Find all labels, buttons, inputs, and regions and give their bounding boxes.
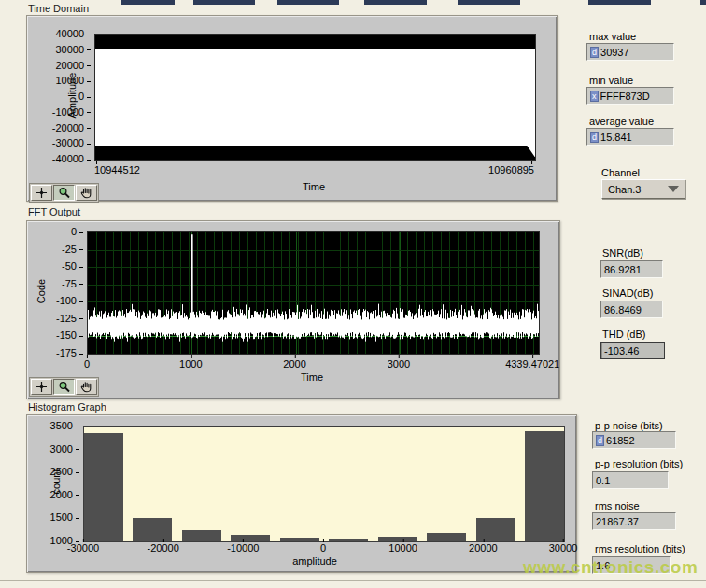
channel-selector[interactable]: Chan.3 — [601, 179, 685, 199]
min-value-text: FFFF873D — [600, 91, 650, 102]
fft-plot-area[interactable] — [87, 231, 540, 355]
thd-value-text: -103.46 — [604, 345, 639, 357]
pan-tool-button[interactable] — [76, 185, 97, 201]
histogram-bar — [476, 518, 515, 541]
x-tick-label: -20000 — [148, 542, 179, 553]
y-tick-label: 40000 — [27, 28, 91, 39]
pp-noise-value-text: 61852 — [606, 435, 635, 446]
rms-resolution-label: rms resolution (bits) — [595, 543, 685, 554]
y-tick-label: -25 — [27, 244, 83, 255]
histogram-bar — [329, 539, 368, 541]
channel-label: Channel — [601, 167, 640, 178]
x-tick-label: 0 — [84, 358, 90, 370]
x-tick-label: -10000 — [227, 542, 259, 553]
y-tick-label: -125 — [27, 313, 83, 324]
thd-control[interactable]: -103.46 — [600, 342, 665, 359]
histogram-title: Histogram Graph — [28, 401, 106, 413]
radix-decimal-badge: d — [590, 132, 599, 143]
x-tick-label: -30000 — [67, 542, 99, 553]
x-tick-label: 4339.47021 — [505, 358, 559, 370]
rms-noise-value-text: 21867.37 — [596, 516, 639, 527]
pan-tool-button[interactable] — [76, 379, 97, 395]
rms-noise-indicator: 21867.37 — [592, 512, 676, 530]
histogram-bar — [378, 537, 417, 541]
sinad-label: SINAD(dB) — [602, 287, 653, 299]
histogram-graph: count amplitude 350030002500200015001000… — [26, 414, 577, 573]
y-tick-label: -175 — [27, 347, 83, 358]
crosshair-tool-button[interactable] — [31, 185, 52, 201]
min-value-indicator: x FFFF873D — [586, 87, 674, 105]
sinad-indicator: 86.8469 — [600, 301, 663, 318]
y-tick-label: -40000 — [27, 153, 91, 164]
magnifier-icon — [58, 381, 71, 393]
y-tick-label: -30000 — [27, 137, 91, 148]
rms-noise-label: rms noise — [595, 500, 640, 511]
zoom-tool-button[interactable] — [53, 379, 75, 395]
x-tick-label: 20000 — [469, 542, 498, 553]
x-tick-label: 10944512 — [94, 164, 140, 175]
time-domain-plot-area[interactable] — [94, 34, 536, 161]
panel-bottom-border — [0, 580, 706, 581]
x-tick-label: 10000 — [388, 542, 417, 553]
max-value-text: 30937 — [600, 47, 629, 58]
x-tick-label: 3000 — [388, 358, 410, 370]
y-tick-label: -150 — [27, 329, 83, 341]
crosshair-icon — [35, 187, 48, 199]
channel-selected-value: Chan.3 — [608, 184, 641, 195]
y-tick-label: -50 — [27, 260, 83, 272]
radix-decimal-badge: d — [590, 47, 599, 58]
max-value-indicator: d 30937 — [586, 43, 674, 61]
window-tab-fragment — [193, 0, 255, 5]
waveform-band — [95, 49, 535, 146]
hand-icon — [80, 187, 92, 199]
max-value-label: max value — [589, 31, 636, 42]
time-domain-x-axis-label: Time — [303, 181, 325, 192]
y-tick-label: 20000 — [27, 60, 91, 71]
y-tick-label: 2000 — [27, 489, 79, 500]
waveform-end-notch — [527, 145, 535, 157]
fft-output-graph: Code Time 0-25-50-75-100-125-150-1750100… — [26, 220, 560, 399]
crosshair-tool-button[interactable] — [31, 379, 52, 395]
snr-label: SNR(dB) — [602, 247, 643, 259]
histogram-bar — [231, 535, 270, 541]
rms-resolution-indicator: 1.6 — [592, 556, 671, 574]
y-tick-label: 30000 — [27, 44, 91, 55]
y-tick-label: 2500 — [27, 466, 79, 477]
x-tick-label: 30000 — [549, 542, 578, 553]
histogram-x-axis-label: amplitude — [292, 555, 337, 567]
window-tab-fragment — [277, 0, 339, 5]
pp-resolution-value-text: 0.1 — [596, 475, 610, 486]
y-tick-label: -20000 — [27, 122, 91, 133]
time-domain-title: Time Domain — [28, 3, 89, 14]
crosshair-icon — [35, 381, 48, 393]
window-tab-fragment — [588, 0, 651, 5]
y-tick-label: 3500 — [27, 420, 79, 431]
fft-output-title: FFT Output — [28, 206, 80, 217]
average-value-label: average value — [589, 116, 654, 127]
pp-resolution-label: p-p resolution (bits) — [595, 458, 683, 469]
radix-decimal-badge: d — [596, 435, 604, 446]
pp-resolution-indicator: 0.1 — [592, 471, 669, 489]
min-value-label: min value — [589, 75, 633, 86]
histogram-plot-area[interactable] — [83, 426, 565, 542]
pp-noise-label: p-p noise (bits) — [595, 420, 663, 431]
time-domain-graph-palette — [29, 183, 99, 203]
time-domain-graph: Amplitude Time 400003000020000100000-100… — [26, 15, 558, 202]
y-tick-label: 1500 — [27, 511, 79, 523]
snr-indicator: 86.9281 — [600, 260, 663, 278]
zoom-tool-button[interactable] — [53, 185, 75, 201]
y-tick-label: 0 — [27, 91, 91, 102]
y-tick-label: 0 — [27, 226, 83, 237]
window-tab-fragment — [700, 0, 706, 5]
window-tab-fragment — [121, 0, 175, 5]
y-tick-label: -100 — [27, 295, 83, 306]
y-tick-label: 10000 — [27, 75, 91, 86]
histogram-y-axis-label: count — [50, 444, 62, 519]
average-value-indicator: d 15.841 — [586, 128, 674, 146]
thd-label: THD (dB) — [602, 329, 645, 340]
window-tab-fragment — [458, 0, 520, 5]
y-tick-label: -75 — [27, 278, 83, 289]
y-tick-label: 3000 — [27, 443, 79, 455]
magnifier-icon — [58, 187, 71, 199]
histogram-bar — [133, 518, 172, 541]
